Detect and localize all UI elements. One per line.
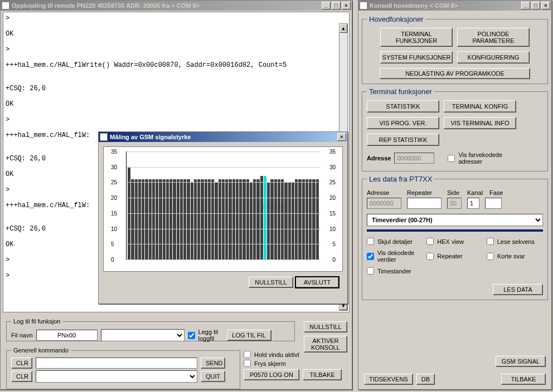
address-label: Adresse <box>367 155 391 161</box>
chart-bar <box>256 179 259 259</box>
append-label: Legg til loggfil <box>198 329 224 342</box>
chart-bar <box>169 179 172 259</box>
back-button-right[interactable]: TILBAKE <box>501 374 546 385</box>
chart-bar <box>177 179 180 259</box>
quit-button[interactable]: QUIT <box>201 371 225 382</box>
cb-repeater[interactable] <box>426 253 434 260</box>
chart-bar <box>159 179 162 259</box>
app-icon <box>360 2 367 9</box>
freeze-checkbox[interactable] <box>244 360 251 367</box>
read-addr-input[interactable] <box>367 198 401 209</box>
read-legend: Les data fra PT7XX <box>367 175 434 183</box>
reset-button[interactable]: NULLSTILL <box>304 321 347 332</box>
cb-hex-view[interactable] <box>426 238 434 245</box>
chart-bar <box>305 179 308 259</box>
read-data-button[interactable]: LES DATA <box>493 284 543 295</box>
statistics-button[interactable]: STATISTIKK <box>367 100 439 112</box>
h-rep: Repeater <box>407 189 442 196</box>
cmd1-input[interactable] <box>36 357 197 369</box>
chart-bar <box>253 179 256 259</box>
chart-bar <box>180 179 183 259</box>
read-repeater-input[interactable] <box>407 198 442 209</box>
h-fase: Fase <box>489 189 506 196</box>
terminal-info-button[interactable]: VIS TERMINAL INFO <box>444 117 516 129</box>
chart-bar <box>274 179 277 259</box>
maximize-button[interactable]: □ <box>332 2 341 9</box>
chart-bar <box>205 179 207 259</box>
chart-bar <box>187 179 190 259</box>
minimize-button[interactable]: _ <box>322 2 331 9</box>
chart-bar <box>183 179 186 259</box>
chart-bar <box>201 179 203 259</box>
chart-close-button[interactable]: AVSLUTT <box>295 276 339 288</box>
chart-bar <box>194 179 197 259</box>
cb-short[interactable] <box>487 253 494 260</box>
chart-bar <box>298 179 301 259</box>
db-button[interactable]: DB <box>416 374 435 385</box>
log-legend: Log til fil funksjon <box>11 318 62 325</box>
minimize-button[interactable]: _ <box>521 2 530 9</box>
chart-reset-button[interactable]: NULLSTILL <box>249 277 293 288</box>
chart-bar <box>131 179 134 259</box>
cb-read-seq[interactable] <box>487 238 494 245</box>
append-checkbox[interactable] <box>188 332 195 339</box>
term-legend: Terminal funksjoner <box>367 87 434 96</box>
freeze-label: Frys skjerm <box>254 360 286 367</box>
right-window-title: Konsoll hovedmeny < COM 8> <box>370 2 520 9</box>
download-button[interactable]: NEDLASTING AV PROGRAMKODE <box>380 68 530 79</box>
terminal-config-button[interactable]: TERMINAL KONFIG <box>444 100 516 112</box>
rep-statistics-button[interactable]: REP STATISTIKK <box>367 134 439 146</box>
logon-button[interactable]: P0570 LOG ON <box>244 369 299 380</box>
chart-bar <box>142 179 144 259</box>
chart-bar <box>211 179 214 259</box>
chart-bar <box>152 179 155 259</box>
chart-bar <box>246 179 249 259</box>
scroll-up-icon[interactable]: ▲ <box>339 24 347 33</box>
chart-bar <box>239 179 242 259</box>
polinode-param-button[interactable]: POLINODE PARAMETERE <box>457 28 530 47</box>
close-button[interactable]: × <box>342 2 351 9</box>
right-window-titlebar[interactable]: Konsoll hovedmeny < COM 8> _ □ × <box>358 1 551 11</box>
chart-bar <box>208 179 211 259</box>
gsm-chart: 0925:04 0055101015152020252530303535 <box>103 146 343 272</box>
chart-bar <box>163 179 166 259</box>
cb-hide-details[interactable] <box>367 238 374 245</box>
log-to-file-button[interactable]: LOG TIL FIL <box>227 330 271 341</box>
tidsekvens-button[interactable]: TIDSEKVENS <box>364 374 413 385</box>
app-icon <box>100 133 108 141</box>
log-select[interactable] <box>101 329 185 341</box>
cmd2-select[interactable] <box>36 370 197 383</box>
h-side: Side <box>447 189 462 196</box>
system-func-button[interactable]: SYSTEM FUNKSJONER <box>380 51 453 63</box>
prog-version-button[interactable]: VIS PROG. VER. <box>367 117 439 129</box>
terminal-func-button[interactable]: TERMINAL FUNKSJONER <box>380 28 453 47</box>
config-button[interactable]: KONFIGURERING <box>457 51 530 63</box>
chart-bar <box>312 179 315 259</box>
left-window-titlebar[interactable]: Oppkopling til remote PN220 40258730 ADR… <box>1 1 352 11</box>
filename-input[interactable] <box>36 330 98 341</box>
color-addr-checkbox[interactable] <box>448 155 455 162</box>
filename-label: Fil navn <box>11 332 33 339</box>
chart-bar <box>284 182 287 259</box>
cb-timestander[interactable] <box>367 267 374 275</box>
left-window-title: Oppkopling til remote PN220 40258730 ADR… <box>12 2 321 9</box>
gsm-signal-button[interactable]: GSM SIGNAL <box>496 356 546 367</box>
clr1-button[interactable]: CLR <box>11 357 32 369</box>
back-button-left[interactable]: TILBAKE <box>303 369 342 380</box>
gsm-close-icon[interactable]: × <box>337 133 346 141</box>
gsm-titlebar[interactable]: Måling av GSM signalstyrke × <box>99 132 347 142</box>
read-side-input[interactable] <box>447 198 462 209</box>
cb-decoded[interactable] <box>367 253 374 260</box>
hold-window-checkbox[interactable] <box>244 351 251 358</box>
progress-bar <box>367 229 543 232</box>
timeverdier-select[interactable]: Timeverdier (00-27H) <box>367 214 543 226</box>
maximize-button[interactable]: □ <box>531 2 540 9</box>
chart-bar <box>281 179 284 259</box>
chart-bar <box>260 176 263 259</box>
read-fase-input[interactable] <box>485 198 502 209</box>
clr2-button[interactable]: CLR <box>11 371 32 382</box>
read-kanal-input[interactable] <box>467 198 479 209</box>
close-button[interactable]: × <box>541 2 550 9</box>
send-button[interactable]: SEND <box>201 357 225 369</box>
chart-bar <box>295 179 298 259</box>
